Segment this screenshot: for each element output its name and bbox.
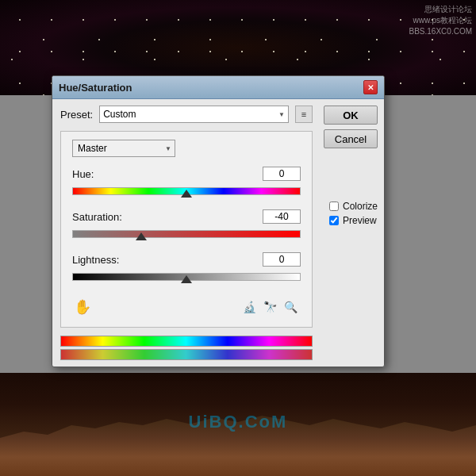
color-bar-adjusted (60, 349, 313, 360)
hue-slider-row: Hue: (72, 167, 301, 198)
color-bar-original (60, 336, 313, 347)
preset-label: Preset: (60, 109, 93, 121)
color-bars (60, 336, 313, 360)
hue-value-input[interactable] (263, 167, 301, 181)
hue-track-wrap (72, 184, 301, 198)
preset-select[interactable]: Custom (99, 106, 289, 123)
channel-row: Master (72, 140, 301, 157)
colorize-checkbox[interactable] (329, 202, 339, 211)
colorize-row: Colorize (329, 201, 378, 212)
dialog-right: OK Cancel Colorize Preview (321, 99, 384, 367)
saturation-track[interactable] (72, 230, 301, 238)
watermark-top: 思绪设计论坛 www.ps教程论坛 BBS.16XC0.COM (409, 4, 472, 37)
dialog-left: Preset: Custom ≡ Master (52, 99, 321, 367)
hue-saturation-dialog: Hue/Saturation ✕ Preset: Custom ≡ (52, 75, 385, 367)
watermark-bottom: UiBQ.CoM (189, 412, 288, 432)
saturation-slider-header: Saturation: (72, 209, 301, 224)
preview-row: Preview (329, 215, 378, 226)
eyedropper-subtract-button[interactable]: 🔍 (282, 298, 299, 316)
eyedropper-group: 🔬 🔭 🔍 (240, 298, 299, 316)
channel-select-wrap: Master (72, 140, 175, 157)
colorize-label[interactable]: Colorize (343, 201, 378, 212)
lightness-slider-header: Lightness: (72, 252, 301, 267)
checkbox-group: Colorize Preview (329, 201, 378, 229)
dialog-inner: Preset: Custom ≡ Master (52, 99, 384, 367)
ok-button[interactable]: OK (324, 106, 378, 125)
lightness-track[interactable] (72, 273, 301, 281)
lightness-slider-row: Lightness: (72, 252, 301, 284)
saturation-label: Saturation: (72, 211, 122, 223)
saturation-slider-row: Saturation: (72, 209, 301, 241)
hue-label: Hue: (72, 168, 94, 180)
eyedropper-add-button[interactable]: 🔭 (261, 298, 278, 316)
saturation-thumb[interactable] (136, 232, 147, 240)
channel-select[interactable]: Master (72, 140, 175, 157)
lightness-thumb[interactable] (181, 275, 192, 283)
hue-thumb[interactable] (181, 190, 192, 198)
dialog-titlebar: Hue/Saturation ✕ (52, 76, 384, 99)
lightness-track-wrap (72, 270, 301, 284)
main-panel: Master Hue: (60, 131, 313, 328)
preview-label[interactable]: Preview (343, 215, 377, 226)
cancel-button[interactable]: Cancel (324, 129, 378, 148)
lightness-value-input[interactable] (263, 252, 301, 267)
eyedropper-button[interactable]: 🔬 (240, 298, 258, 316)
hue-track[interactable] (72, 187, 301, 195)
hue-slider-header: Hue: (72, 167, 301, 181)
hand-tool-icon[interactable]: ✋ (74, 298, 91, 316)
preset-select-wrap: Custom (99, 106, 289, 123)
saturation-value-input[interactable] (263, 209, 301, 224)
dialog-title: Hue/Saturation (59, 82, 132, 94)
bottom-toolbar: ✋ 🔬 🔭 🔍 (72, 295, 301, 319)
preview-checkbox[interactable] (329, 216, 339, 225)
preset-menu-button[interactable]: ≡ (295, 106, 313, 123)
lightness-label: Lightness: (72, 254, 119, 266)
preset-row: Preset: Custom ≡ (60, 106, 313, 123)
saturation-track-wrap (72, 227, 301, 241)
close-button[interactable]: ✕ (363, 80, 378, 94)
